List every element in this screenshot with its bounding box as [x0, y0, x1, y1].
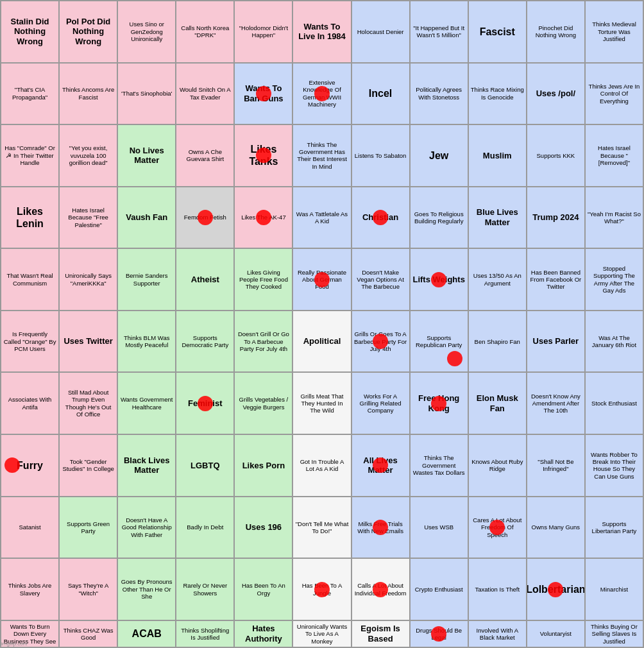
cell-text-r3c5: Was A Tattletale As A Kid — [295, 210, 348, 225]
cell-text-r10c4: Hates Authority — [237, 624, 290, 644]
cell-text-r10c9: Voluntaryist — [540, 630, 572, 637]
grid-cell-r1c2: 'That's Sinophobia' — [117, 63, 176, 125]
cell-text-r1c6: Incel — [369, 87, 392, 99]
cell-text-r10c6: Egoism Is Based — [354, 624, 407, 644]
cell-text-r5c1: Uses Twitter — [64, 336, 112, 346]
grid-cell-r2c0: Has "Comrade" Or ☭ In Their Twitter Hand… — [1, 124, 59, 187]
cell-text-r4c0: That Wasn't Real Communism — [3, 272, 56, 287]
cell-text-r1c9: Uses /pol/ — [536, 89, 575, 99]
grid-cell-r10c8: Involved With A Black Market — [468, 620, 527, 647]
grid-cell-r10c4: Hates Authority — [234, 620, 292, 647]
grid-cell-r0c4: "Holodomor Didn't Happen" — [234, 1, 292, 63]
cell-text-r7c3: LGBTQ — [191, 461, 220, 471]
grid-cell-r1c3: Would Snitch On A Tax Evader — [176, 63, 234, 125]
grid-cell-r7c5: Got In Trouble A Lot As A Kid — [292, 434, 351, 497]
grid-cell-r10c6: Egoism Is Based — [352, 620, 410, 647]
red-dot-r9c6 — [373, 582, 388, 597]
cell-text-r0c5: Wants To Live In 1984 — [295, 22, 348, 42]
grid-cell-r8c8: Cares A Lot About Freedom Of Speech — [468, 497, 527, 559]
cell-text-r5c8: Ben Shapiro Fan — [475, 338, 520, 345]
grid-cell-r9c2: Goes By Pronouns Other Than He Or She — [117, 558, 176, 620]
grid-cell-r6c8: Elon Musk Fan — [468, 372, 527, 434]
grid-cell-r10c5: Unironically Wants To Live As A Monkey — [292, 620, 351, 647]
cell-text-r10c1: Thinks CHAZ Was Good — [62, 627, 115, 642]
cell-text-r10c10: Thinks Buying Or Selling Slaves Is Justi… — [588, 623, 641, 645]
grid-cell-r2c5: Thinks The Government Has Their Best Int… — [292, 124, 351, 187]
cell-text-r6c6: Works For A Grilling Related Company — [354, 393, 407, 414]
grid-cell-r6c9: Doesn't Know Any Amendment After The 10t… — [527, 372, 585, 434]
grid-cell-r4c4: Likes Giving People Free Food They Cooke… — [234, 248, 292, 311]
cell-text-r3c7: Goes To Religious Building Regularly — [412, 210, 466, 225]
grid-cell-r5c8: Ben Shapiro Fan — [468, 311, 527, 373]
cell-text-r6c4: Grills Vegetables / Veggie Burgers — [237, 396, 290, 411]
cell-text-r4c8: Uses 13/50 As An Argument — [471, 272, 524, 287]
grid-cell-r2c1: "Yet you exist, vuvuzela 100 gorillion d… — [59, 124, 117, 187]
cell-text-r4c10: Stopped Supporting The Army After The Ga… — [588, 265, 641, 294]
cell-text-r4c3: Atheist — [191, 275, 219, 285]
grid-cell-r5c9: Uses Parler — [527, 311, 585, 373]
political-compass-grid: Stalin Did Nothing WrongPol Pot Did Noth… — [0, 0, 644, 648]
grid-cell-r0c8: Fascist — [468, 1, 527, 63]
grid-cell-r7c3: LGBTQ — [176, 434, 234, 497]
cell-text-r0c0: Stalin Did Nothing Wrong — [3, 17, 56, 47]
cell-text-r0c1: Pol Pot Did Nothing Wrong — [62, 17, 115, 47]
red-dot-r3c4 — [256, 210, 271, 225]
grid-cell-r6c3: Feminist — [176, 372, 234, 434]
grid-cell-r4c8: Uses 13/50 As An Argument — [468, 248, 527, 311]
grid-cell-r2c2: No Lives Matter — [117, 124, 176, 187]
red-dot-r8c8 — [489, 520, 505, 535]
grid-cell-r8c3: Badly In Debt — [176, 497, 234, 559]
cell-text-r4c9: Has Been Banned From Facebook Or Twitter — [529, 269, 582, 291]
cell-text-r9c2: Goes By Pronouns Other Than He Or She — [120, 578, 173, 600]
cell-text-r9c3: Rarely Or Never Showers — [178, 582, 232, 597]
grid-cell-r0c1: Pol Pot Did Nothing Wrong — [59, 1, 117, 63]
grid-cell-r9c8: Taxation Is Theft — [468, 558, 527, 620]
cell-text-r9c8: Taxation Is Theft — [475, 586, 520, 593]
grid-cell-r4c3: Atheist — [176, 248, 234, 311]
grid-cell-r6c10: Stock Enthusiast — [585, 372, 643, 434]
cell-text-r5c9: Uses Parler — [533, 336, 579, 346]
grid-cell-r1c7: Politically Agrees With Stonetoss — [410, 63, 468, 125]
cell-text-r4c4: Likes Giving People Free Food They Cooke… — [237, 269, 290, 291]
grid-cell-r2c3: Owns A Che Guevara Shirt — [176, 124, 234, 187]
grid-cell-r9c9: Lolbertarian — [527, 558, 585, 620]
grid-cell-r9c5: Has Been To A Jungle — [292, 558, 351, 620]
grid-cell-r7c4: Likes Porn — [234, 434, 292, 497]
cell-text-r8c3: Badly In Debt — [187, 524, 223, 531]
cell-text-r2c8: Muslim — [483, 151, 512, 161]
cell-text-r4c1: Unironically Says "AmeriKKKa" — [62, 272, 115, 287]
red-dot-r6c3 — [198, 396, 213, 411]
red-dot-r4c7 — [431, 272, 446, 287]
grid-cell-r6c5: Grills Meat That They Hunted In The Wild — [292, 372, 351, 434]
red-dot-r6c7 — [431, 396, 446, 411]
cell-text-r0c2: Uses Sino or GenZedong Unironically — [120, 21, 173, 42]
grid-cell-r5c0: Is Frequently Called "Orange" By PCM Use… — [1, 311, 59, 373]
cell-text-r3c0: Likes Lenin — [3, 205, 56, 230]
cell-text-r6c5: Grills Meat That They Hunted In The Wild — [295, 393, 348, 414]
grid-cell-r8c4: Uses 196 — [234, 497, 292, 559]
grid-cell-r1c1: Thinks Ancoms Are Fascist — [59, 63, 117, 125]
cell-text-r1c7: Politically Agrees With Stonetoss — [412, 86, 466, 101]
grid-cell-r2c6: Listens To Sabaton — [352, 124, 410, 187]
grid-cell-r4c7: Lifts Weights — [410, 248, 468, 311]
grid-cell-r8c9: Owns Many Guns — [527, 497, 585, 559]
grid-cell-r5c7: Supports Republican Party — [410, 311, 468, 373]
grid-cell-r4c0: That Wasn't Real Communism — [1, 248, 59, 311]
grid-cell-r2c8: Muslim — [468, 124, 527, 187]
grid-cell-r10c7: Drugs Should Be Legal — [410, 620, 468, 647]
cell-text-r6c0: Associates With Antifa — [3, 396, 56, 411]
grid-cell-r5c4: Doesn't Grill Or Go To A Barbecue Party … — [234, 311, 292, 373]
cell-text-r9c10: Minarchist — [600, 586, 628, 593]
cell-text-r8c9: Owns Many Guns — [532, 524, 580, 531]
grid-cell-r3c2: Vaush Fan — [117, 187, 176, 249]
red-dot-r3c3 — [198, 210, 213, 225]
cell-text-r2c10: Hates Israel Because "[Removed]" — [588, 144, 641, 166]
red-dot-r5c6 — [373, 334, 388, 349]
grid-cell-r8c6: Milks Free Trials With New Emails — [352, 497, 410, 559]
grid-cell-r5c10: Was At The January 6th Riot — [585, 311, 643, 373]
cell-text-r1c8: Thinks Race Mixing Is Genocide — [471, 86, 524, 101]
grid-cell-r0c9: Pinochet Did Nothing Wrong — [527, 1, 585, 63]
grid-cell-r3c1: Hates Israel Because "Free Palestine" — [59, 187, 117, 249]
cell-text-r0c6: Holocaust Denier — [357, 28, 404, 35]
grid-cell-r0c10: Thinks Medieval Torture Was Justified — [585, 1, 643, 63]
